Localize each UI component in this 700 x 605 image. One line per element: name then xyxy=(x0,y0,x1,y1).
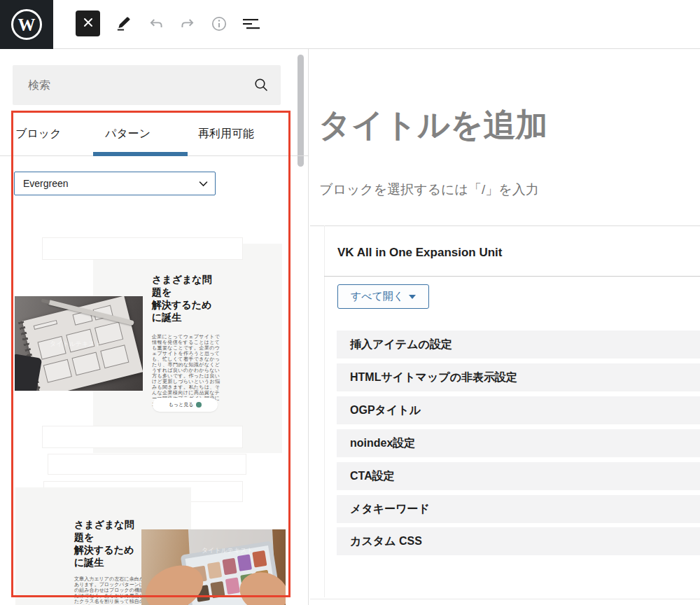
post-title-placeholder[interactable]: タイトルを追加 xyxy=(318,104,547,147)
accordion-noindex[interactable]: noindex設定 xyxy=(337,429,700,457)
accordion-ogp-title[interactable]: OGPタイトル xyxy=(337,396,700,424)
search-box xyxy=(13,65,281,105)
edit-mode-button[interactable] xyxy=(113,14,134,35)
block-inserter-close-button[interactable] xyxy=(76,11,100,36)
more-button-label: もっと見る xyxy=(169,401,194,408)
pattern1-heading: さまざまな問 題を 解決するため に誕生 xyxy=(152,273,216,324)
photo-watermark: タイトルテキスト xyxy=(202,546,253,555)
accordion-html-sitemap[interactable]: HTMLサイトマップの非表示設定 xyxy=(337,363,700,391)
chevron-down-icon xyxy=(199,177,208,190)
wireframe-box xyxy=(100,345,129,368)
undo-button[interactable] xyxy=(146,15,166,34)
inserter-sidebar: ブロック パターン 再利用可能 Evergreen xyxy=(0,49,309,605)
undo-icon xyxy=(147,15,165,35)
wireframe-box xyxy=(71,352,100,376)
wordpress-logo-button[interactable]: W xyxy=(0,0,53,49)
pattern1-header-bar xyxy=(42,237,243,260)
open-all-label: すべて開く xyxy=(351,290,404,303)
open-all-button[interactable]: すべて開く xyxy=(337,284,429,309)
tab-blocks[interactable]: ブロック xyxy=(15,127,62,141)
accordion-custom-css[interactable]: カスタム CSS xyxy=(337,527,700,555)
metabox-left-edge xyxy=(324,225,325,597)
search-icon xyxy=(253,77,270,96)
details-button[interactable] xyxy=(209,14,229,35)
wordpress-logo-letter: W xyxy=(18,16,36,34)
block-prompt-placeholder[interactable]: ブロックを選択するには「/」を入力 xyxy=(319,181,539,199)
pattern-preview-2[interactable]: さまざまな問 題を 解決するため に誕生 文章入力エリアの左右に余白があります。… xyxy=(11,420,290,605)
pencil-icon xyxy=(114,15,132,35)
accordion-meta-keywords[interactable]: メタキーワード xyxy=(337,495,700,523)
pattern1-more-button: もっと見る xyxy=(153,398,218,412)
editor-canvas: タイトルを追加 ブロックを選択するには「/」を入力 VK All in One … xyxy=(309,49,700,605)
tab-patterns[interactable]: パターン xyxy=(105,127,150,141)
tablet-photo xyxy=(141,529,286,605)
pattern2-heading: さまざまな問 題を 解決するため に誕生 xyxy=(74,518,139,569)
list-view-button[interactable] xyxy=(240,15,262,34)
triangle-down-icon xyxy=(409,295,416,299)
pattern2-ghost-bar xyxy=(42,426,243,448)
info-icon xyxy=(210,15,228,35)
pattern2-body: 文章入力エリアの左右に余白があります。ブロックパターンはの組み合わせはブロックの… xyxy=(74,576,144,605)
arrow-circle-icon xyxy=(196,402,202,408)
divider xyxy=(324,276,700,277)
search-input[interactable] xyxy=(13,65,281,105)
photo-watermark: タイトルテキスト xyxy=(50,340,102,349)
inserter-tabs: ブロック パターン 再利用可能 xyxy=(0,113,309,156)
redo-icon xyxy=(178,15,197,35)
close-icon xyxy=(83,18,93,29)
pattern2-ghost-bar xyxy=(48,454,246,475)
pattern-category-select[interactable]: Evergreen xyxy=(14,172,216,195)
redo-button[interactable] xyxy=(178,15,197,34)
accordion-insert-items[interactable]: 挿入アイテムの設定 xyxy=(337,331,700,359)
pattern1-body: 企業にとってウェブサイトで情報を発信をすることはとても重要なことです。企業のウェ… xyxy=(152,334,220,407)
editor-toolbar: W xyxy=(0,0,700,49)
wireframe-box xyxy=(34,320,57,330)
tab-reusable[interactable]: 再利用可能 xyxy=(198,127,254,141)
wordpress-logo-icon: W xyxy=(11,9,42,40)
wireframe-box xyxy=(43,359,72,383)
divider xyxy=(310,599,700,599)
accordion-cta[interactable]: CTA設定 xyxy=(337,462,700,490)
active-tab-underline xyxy=(93,152,188,156)
list-view-icon xyxy=(241,15,261,35)
divider xyxy=(310,225,700,226)
metabox-title: VK All in One Expansion Unit xyxy=(337,246,503,260)
pattern-category-value: Evergreen xyxy=(15,178,199,189)
